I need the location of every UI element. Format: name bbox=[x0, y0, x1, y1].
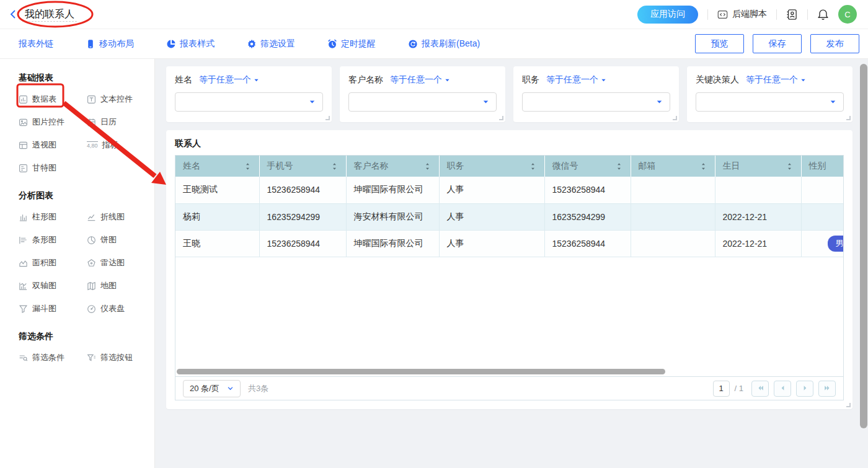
column-header-客户名称[interactable]: 客户名称 bbox=[346, 156, 439, 177]
sidebar-item-dual-axis[interactable]: 双轴图 bbox=[19, 280, 87, 291]
pie-chart-icon bbox=[87, 236, 96, 245]
last-page-button[interactable] bbox=[818, 381, 836, 397]
sidebar-item-image-widget[interactable]: 图片控件 bbox=[19, 117, 87, 128]
column-header-生日[interactable]: 生日 bbox=[715, 156, 801, 177]
resize-handle[interactable] bbox=[846, 116, 851, 120]
sidebar-item-gauge[interactable]: 仪表盘 bbox=[87, 303, 154, 314]
sidebar-item-funnel[interactable]: 漏斗图 bbox=[19, 303, 87, 314]
vertical-scrollbar[interactable] bbox=[860, 64, 867, 428]
sidebar-item-label: 漏斗图 bbox=[32, 303, 56, 314]
sidebar-item-column-chart[interactable]: 柱形图 bbox=[19, 211, 87, 223]
sidebar-item-text-widget[interactable]: 文本控件 bbox=[87, 94, 154, 105]
sort-icon[interactable] bbox=[699, 162, 707, 170]
sidebar-item-data-table[interactable]: 数据表 bbox=[19, 94, 87, 105]
current-page-input[interactable]: 1 bbox=[713, 381, 730, 397]
gauge-icon bbox=[87, 304, 96, 314]
filter-operator[interactable]: 等于任意一个 bbox=[390, 74, 450, 86]
sidebar-item-bar-chart[interactable]: 条形图 bbox=[19, 234, 87, 245]
sidebar-item-filter-button[interactable]: 筛选按钮 bbox=[87, 352, 154, 363]
toolbar-tab-report-style[interactable]: 报表样式 bbox=[166, 38, 215, 50]
sidebar-section-items: 筛选条件筛选按钮 bbox=[19, 352, 154, 363]
toolbar-tab-timed-reminder[interactable]: 定时提醒 bbox=[327, 38, 376, 50]
sort-icon[interactable] bbox=[529, 162, 537, 170]
filter-operator[interactable]: 等于任意一个 bbox=[199, 74, 259, 86]
table-cell bbox=[801, 177, 843, 203]
alarm-icon bbox=[327, 39, 337, 49]
column-header-label: 邮箱 bbox=[639, 161, 656, 172]
contacts-directory-button[interactable] bbox=[786, 9, 798, 20]
resize-handle[interactable] bbox=[673, 116, 677, 120]
preview-button[interactable]: 预览 bbox=[695, 34, 744, 53]
sidebar-item-map[interactable]: 地图 bbox=[87, 280, 154, 291]
column-header-inner: 职务 bbox=[447, 161, 537, 172]
chevron-down-icon bbox=[227, 385, 234, 392]
column-header-inner: 微信号 bbox=[552, 161, 623, 172]
resize-handle[interactable] bbox=[846, 403, 851, 407]
column-chart-icon bbox=[19, 213, 28, 222]
sort-icon[interactable] bbox=[244, 162, 252, 170]
save-button[interactable]: 保存 bbox=[753, 34, 802, 53]
sidebar-item-label: 面积图 bbox=[32, 257, 56, 268]
filter-value-select[interactable] bbox=[348, 92, 497, 112]
table-cell: 男 bbox=[801, 230, 843, 257]
column-header-微信号[interactable]: 微信号 bbox=[544, 156, 631, 177]
sort-icon[interactable] bbox=[615, 162, 623, 170]
backend-script-button[interactable]: 后端脚本 bbox=[717, 9, 767, 20]
first-page-button[interactable] bbox=[751, 381, 769, 397]
canvas-area: 姓名等于任意一个客户名称等于任意一个职务等于任意一个关键决策人等于任意一个 联系… bbox=[155, 59, 868, 468]
prev-page-button[interactable] bbox=[774, 381, 791, 397]
mobile-icon bbox=[86, 39, 95, 49]
toolbar-tab-report-refresh[interactable]: 报表刷新(Beta) bbox=[408, 38, 480, 50]
sidebar-item-label: 筛选条件 bbox=[32, 352, 64, 363]
resize-handle[interactable] bbox=[326, 116, 330, 120]
sidebar-item-label: 数据表 bbox=[32, 94, 56, 105]
column-header-姓名[interactable]: 姓名 bbox=[175, 156, 259, 177]
sort-icon[interactable] bbox=[786, 162, 794, 170]
divider bbox=[776, 9, 777, 20]
filter-value-select[interactable] bbox=[696, 92, 844, 112]
column-header-职务[interactable]: 职务 bbox=[439, 156, 544, 177]
page-size-select[interactable]: 20 条/页 bbox=[183, 380, 241, 397]
filter-label: 职务 bbox=[522, 74, 539, 86]
back-icon[interactable] bbox=[8, 9, 18, 19]
bar-chart-icon bbox=[19, 236, 28, 245]
horizontal-scrollbar[interactable] bbox=[177, 369, 665, 374]
table-cell: 人事 bbox=[439, 203, 544, 230]
avatar[interactable]: C bbox=[838, 5, 857, 24]
filter-value-select[interactable] bbox=[175, 92, 323, 112]
page-title[interactable]: 我的联系人 bbox=[22, 9, 77, 22]
app-access-button[interactable]: 应用访问 bbox=[637, 6, 698, 24]
column-header-邮箱[interactable]: 邮箱 bbox=[631, 156, 715, 177]
sidebar-item-radar-chart[interactable]: 雷达图 bbox=[87, 257, 154, 268]
toolbar-tab-report-link[interactable]: 报表外链 bbox=[19, 38, 53, 50]
sidebar-item-area-chart[interactable]: 面积图 bbox=[19, 257, 87, 268]
sidebar-item-label: 饼图 bbox=[100, 234, 117, 245]
notifications-button[interactable] bbox=[817, 9, 829, 20]
sidebar-item-gantt[interactable]: 甘特图 bbox=[19, 162, 87, 174]
sort-icon[interactable] bbox=[330, 162, 339, 170]
sidebar-item-calendar[interactable]: 日历 bbox=[87, 117, 154, 128]
filter-value-select[interactable] bbox=[522, 92, 670, 112]
area-chart-icon bbox=[19, 258, 28, 268]
table-cell: 15236258944 bbox=[544, 230, 631, 257]
sidebar-item-pie-chart[interactable]: 饼图 bbox=[87, 234, 154, 245]
resize-handle[interactable] bbox=[499, 116, 503, 120]
filter-operator[interactable]: 等于任意一个 bbox=[746, 74, 806, 86]
sidebar-item-pivot[interactable]: 透视图 bbox=[19, 139, 87, 151]
toolbar-tab-mobile-layout[interactable]: 移动布局 bbox=[86, 38, 134, 50]
sort-icon[interactable] bbox=[423, 162, 432, 170]
toolbar-tab-label: 报表刷新(Beta) bbox=[422, 38, 480, 50]
column-header-手机号[interactable]: 手机号 bbox=[259, 156, 346, 177]
sidebar-item-filter-list[interactable]: 筛选条件 bbox=[19, 352, 87, 363]
toolbar-tab-filter-settings[interactable]: 筛选设置 bbox=[247, 38, 295, 50]
sidebar-item-label: 文本控件 bbox=[100, 94, 133, 105]
column-header-性别[interactable]: 性别 bbox=[801, 156, 843, 177]
publish-button[interactable]: 发布 bbox=[810, 34, 859, 53]
filter-operator[interactable]: 等于任意一个 bbox=[546, 74, 606, 86]
sidebar-item-line-chart[interactable]: 折线图 bbox=[87, 211, 154, 223]
next-page-button[interactable] bbox=[796, 381, 813, 397]
sidebar-item-metric[interactable]: 4,80指标 bbox=[87, 139, 154, 151]
caret-down-icon bbox=[482, 99, 489, 105]
metric-icon: 4,80 bbox=[87, 141, 98, 149]
table-cell: 15236258944 bbox=[259, 230, 346, 257]
